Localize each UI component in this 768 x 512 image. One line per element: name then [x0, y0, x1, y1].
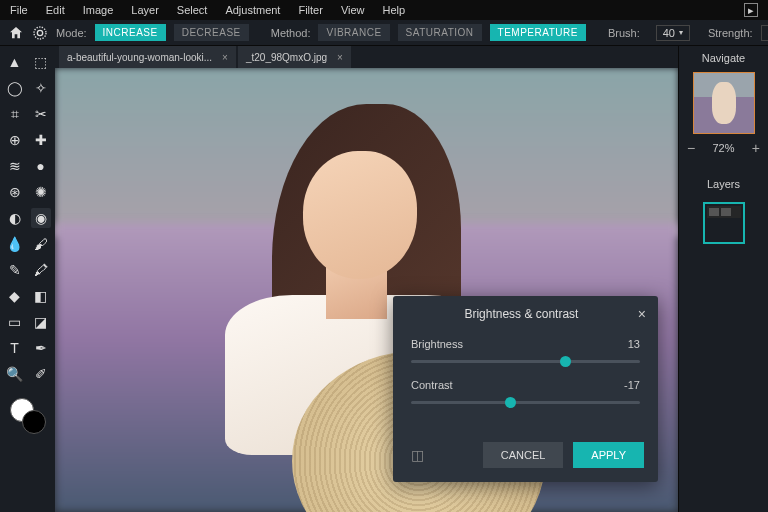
- contrast-label: Contrast: [411, 379, 453, 391]
- brightness-value: 13: [628, 338, 640, 350]
- brightness-label: Brightness: [411, 338, 463, 350]
- tool-icon[interactable]: [32, 25, 48, 41]
- crop-tool[interactable]: ⌗: [5, 104, 25, 124]
- cut-tool[interactable]: ✂: [31, 104, 51, 124]
- method-vibrance[interactable]: VIBRANCE: [318, 24, 389, 41]
- eyedrop-tool[interactable]: 💧: [5, 234, 25, 254]
- close-icon[interactable]: ×: [222, 52, 228, 63]
- dialog-title: Brightness & contrast: [405, 307, 638, 321]
- erase-tool[interactable]: ▭: [5, 312, 25, 332]
- wand-tool[interactable]: ✧: [31, 78, 51, 98]
- disperse-tool[interactable]: ✺: [31, 182, 51, 202]
- menu-adjustment[interactable]: Adjustment: [225, 4, 280, 16]
- sponge-tool[interactable]: ◉: [31, 208, 51, 228]
- layers-header: Layers: [679, 172, 768, 196]
- options-toolbar: Mode: INCREASE DECREASE Method: VIBRANCE…: [0, 20, 768, 46]
- zoom-level: 72%: [712, 142, 734, 154]
- replace-tool[interactable]: ◪: [31, 312, 51, 332]
- tab-2[interactable]: _t20_98QmxO.jpg×: [238, 46, 351, 68]
- close-icon[interactable]: ×: [337, 52, 343, 63]
- menu-filter[interactable]: Filter: [298, 4, 322, 16]
- method-temperature[interactable]: TEMPERATURE: [490, 24, 586, 41]
- document-tabs: a-beautiful-young-woman-looki...× _t20_9…: [55, 46, 678, 68]
- text-tool[interactable]: T: [5, 338, 25, 358]
- brush-size-input[interactable]: 40▾: [656, 25, 690, 41]
- right-panel: Navigate − 72% + Layers: [678, 46, 768, 512]
- zoom-out-button[interactable]: −: [687, 140, 695, 156]
- paintbrush-tool[interactable]: 🖍: [31, 260, 51, 280]
- collapse-icon[interactable]: ▸: [744, 3, 758, 17]
- liquify-tool[interactable]: ≋: [5, 156, 25, 176]
- warp-tool[interactable]: ⊛: [5, 182, 25, 202]
- mode-decrease[interactable]: DECREASE: [174, 24, 249, 41]
- strength-label: Strength:: [708, 27, 753, 39]
- canvas[interactable]: Brightness & contrast × Brightness13 Con…: [55, 68, 678, 512]
- pencil-tool[interactable]: ✎: [5, 260, 25, 280]
- svg-point-0: [37, 30, 42, 35]
- clone-tool[interactable]: ⊕: [5, 130, 25, 150]
- arrow-tool[interactable]: ▲: [5, 52, 25, 72]
- navigate-header: Navigate: [679, 46, 768, 70]
- zoom-tool[interactable]: 🔍: [5, 364, 25, 384]
- color-swatches[interactable]: [4, 398, 51, 438]
- home-icon[interactable]: [8, 25, 24, 41]
- contrast-slider[interactable]: [411, 401, 640, 404]
- blur-tool[interactable]: ●: [31, 156, 51, 176]
- fill-tool[interactable]: ◆: [5, 286, 25, 306]
- gradient-tool[interactable]: ◧: [31, 286, 51, 306]
- strength-input[interactable]: 30▾: [761, 25, 768, 41]
- method-label: Method:: [271, 27, 311, 39]
- zoom-in-button[interactable]: +: [752, 140, 760, 156]
- menu-select[interactable]: Select: [177, 4, 208, 16]
- slider-thumb[interactable]: [560, 356, 571, 367]
- pen-tool[interactable]: ✒: [31, 338, 51, 358]
- method-saturation[interactable]: SATURATION: [398, 24, 482, 41]
- brush-tool[interactable]: 🖌: [31, 234, 51, 254]
- menu-bar: File Edit Image Layer Select Adjustment …: [0, 0, 768, 20]
- cancel-button[interactable]: CANCEL: [483, 442, 564, 468]
- marquee-tool[interactable]: ⬚: [31, 52, 51, 72]
- menu-view[interactable]: View: [341, 4, 365, 16]
- draw-tool[interactable]: ✐: [31, 364, 51, 384]
- brightness-slider[interactable]: [411, 360, 640, 363]
- dodge-tool[interactable]: ◐: [5, 208, 25, 228]
- tool-palette: ▲⬚ ◯✧ ⌗✂ ⊕✚ ≋● ⊛✺ ◐◉ 💧🖌 ✎🖍 ◆◧ ▭◪ T✒ 🔍✐: [0, 46, 55, 512]
- menu-file[interactable]: File: [10, 4, 28, 16]
- mode-label: Mode:: [56, 27, 87, 39]
- svg-point-1: [34, 27, 46, 39]
- layer-thumbnail[interactable]: [703, 202, 745, 244]
- close-icon[interactable]: ×: [638, 306, 646, 322]
- brightness-contrast-dialog: Brightness & contrast × Brightness13 Con…: [393, 296, 658, 482]
- background-color[interactable]: [22, 410, 46, 434]
- menu-edit[interactable]: Edit: [46, 4, 65, 16]
- brush-label: Brush:: [608, 27, 640, 39]
- apply-button[interactable]: APPLY: [573, 442, 644, 468]
- slider-thumb[interactable]: [505, 397, 516, 408]
- compare-icon[interactable]: ◫: [407, 445, 428, 465]
- menu-help[interactable]: Help: [383, 4, 406, 16]
- mode-increase[interactable]: INCREASE: [95, 24, 166, 41]
- contrast-value: -17: [624, 379, 640, 391]
- menu-image[interactable]: Image: [83, 4, 114, 16]
- menu-layer[interactable]: Layer: [131, 4, 159, 16]
- tab-1[interactable]: a-beautiful-young-woman-looki...×: [59, 46, 236, 68]
- lasso-tool[interactable]: ◯: [5, 78, 25, 98]
- heal-tool[interactable]: ✚: [31, 130, 51, 150]
- navigator-thumbnail[interactable]: [693, 72, 755, 134]
